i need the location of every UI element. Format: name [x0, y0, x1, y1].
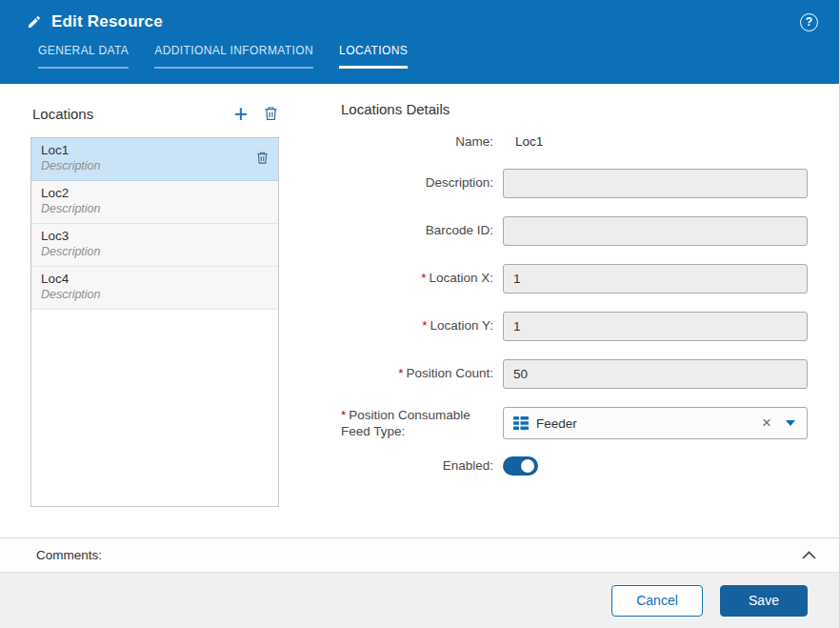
location-name: Loc2 [41, 186, 269, 200]
label-text: Location Y: [430, 318, 493, 333]
chevron-down-icon[interactable] [786, 420, 795, 426]
dialog-footer: Cancel Save [0, 572, 839, 628]
required-asterisk: * [422, 318, 427, 333]
field-row-enabled: Enabled: [341, 456, 808, 476]
chevron-up-icon[interactable] [802, 551, 816, 559]
barcode-input[interactable] [503, 216, 808, 246]
barcode-label: Barcode ID: [341, 222, 493, 239]
tab-general-data[interactable]: GENERAL DATA [38, 44, 129, 69]
location-name: Loc4 [41, 272, 269, 286]
help-icon[interactable]: ? [800, 13, 818, 31]
feeder-icon [513, 416, 529, 430]
field-row-description: Description: [341, 169, 808, 198]
clear-icon[interactable]: × [762, 415, 778, 433]
label-text: Description: [426, 175, 493, 190]
list-item-loc3[interactable]: Loc3 Description [31, 224, 278, 267]
description-input[interactable] [503, 169, 808, 198]
location-description: Description [41, 288, 269, 301]
plus-icon: + [233, 100, 248, 127]
cancel-button[interactable]: Cancel [611, 585, 703, 617]
enabled-toggle[interactable] [503, 456, 538, 476]
tab-bar: GENERAL DATA ADDITIONAL INFORMATION LOCA… [38, 44, 824, 69]
locations-panel: Locations + Loc1 Description [30, 97, 279, 537]
pencil-icon [27, 14, 42, 30]
tab-locations[interactable]: LOCATIONS [339, 44, 408, 69]
description-label: Description: [341, 174, 493, 192]
label-text: Position Count: [406, 366, 493, 380]
add-location-button[interactable]: + [233, 104, 248, 123]
locations-panel-title: Locations [32, 106, 93, 122]
comments-label: Comments: [36, 548, 102, 562]
toggle-knob [521, 459, 534, 473]
location-x-input[interactable] [503, 264, 808, 294]
list-item-loc1[interactable]: Loc1 Description [31, 138, 278, 181]
comments-bar: Comments: [0, 537, 839, 572]
field-row-feed-type: *Position Consumable Feed Type: Feeder × [341, 407, 808, 440]
position-count-label: *Position Count: [341, 365, 493, 382]
feed-type-value: Feeder [536, 416, 754, 431]
feed-type-select[interactable]: Feeder × [503, 407, 808, 439]
location-y-label: *Location Y: [341, 317, 493, 334]
label-text: Enabled: [443, 458, 493, 473]
trash-icon [255, 150, 270, 166]
locations-list: Loc1 Description Loc2 Description Loc3 D… [30, 137, 279, 507]
location-description: Description [41, 245, 269, 258]
title-row: Edit Resource ? [27, 12, 824, 31]
location-description: Description [41, 202, 269, 215]
dialog-header: Edit Resource ? GENERAL DATA ADDITIONAL … [0, 0, 839, 84]
field-row-name: Name: Loc1 [341, 133, 808, 151]
name-value: Loc1 [503, 134, 808, 149]
delete-selected-location-button[interactable] [255, 150, 270, 166]
location-y-input[interactable] [503, 312, 808, 341]
trash-icon [263, 105, 279, 122]
list-item-loc4[interactable]: Loc4 Description [31, 267, 278, 310]
name-label: Name: [341, 133, 493, 151]
feed-type-label: *Position Consumable Feed Type: [341, 407, 493, 440]
dialog-body: Locations + Loc1 Description [0, 84, 839, 537]
list-item-loc2[interactable]: Loc2 Description [31, 181, 278, 224]
delete-location-button[interactable] [263, 105, 279, 122]
label-text: Name: [455, 134, 493, 149]
field-row-location-x: *Location X: [341, 264, 808, 294]
position-count-input[interactable] [503, 359, 808, 389]
enabled-label: Enabled: [341, 457, 493, 475]
location-name: Loc3 [41, 229, 269, 243]
field-row-barcode: Barcode ID: [341, 216, 808, 246]
required-asterisk: * [341, 408, 346, 422]
location-name: Loc1 [41, 143, 269, 157]
details-panel: Locations Details Name: Loc1 Description… [341, 97, 808, 537]
required-asterisk: * [421, 271, 426, 285]
location-description: Description [41, 159, 269, 172]
edit-resource-dialog: Edit Resource ? GENERAL DATA ADDITIONAL … [0, 0, 840, 628]
save-button[interactable]: Save [720, 585, 808, 617]
label-text: Location X: [429, 271, 493, 285]
required-asterisk: * [398, 366, 403, 380]
location-x-label: *Location X: [341, 270, 493, 287]
tab-additional-information[interactable]: ADDITIONAL INFORMATION [154, 44, 313, 69]
field-row-position-count: *Position Count: [341, 359, 808, 389]
label-text: Position Consumable Feed Type: [341, 408, 470, 439]
locations-panel-header: Locations + [32, 101, 279, 126]
dialog-title: Edit Resource [51, 12, 163, 31]
details-title: Locations Details [341, 101, 808, 117]
locations-actions: + [233, 104, 279, 123]
label-text: Barcode ID: [426, 223, 493, 237]
field-row-location-y: *Location Y: [341, 312, 808, 341]
